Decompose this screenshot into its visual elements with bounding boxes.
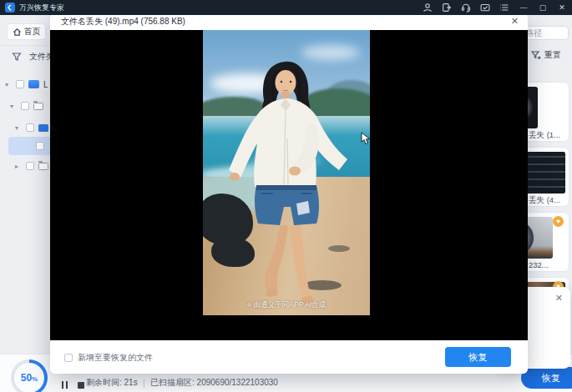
recover-button-dialog[interactable]: 恢复 [445, 347, 511, 367]
dialog-header: 文件名丢失 (49).mp4 (756.88 KB) ✕ [50, 13, 528, 30]
app-logo-icon [5, 3, 15, 13]
repair-badge-icon: ♥ [553, 216, 564, 227]
tree-checkbox[interactable] [21, 102, 29, 110]
caret-down-icon[interactable]: ▾ [5, 81, 12, 88]
pause-scan-button[interactable] [62, 381, 68, 389]
dialog-title: 文件名丢失 (49).mp4 (756.88 KB) [61, 16, 185, 28]
tree-item-folder-1[interactable]: ▾ [10, 97, 43, 115]
tree-checkbox[interactable] [36, 142, 44, 150]
maximize-button[interactable]: ▢ [538, 3, 548, 13]
scan-progress-ring: 50% [11, 359, 48, 392]
tree-item-folder-3[interactable]: ▸ [15, 157, 48, 175]
caret-down-icon[interactable]: ▾ [15, 124, 22, 132]
scan-progress-text: 50% [21, 372, 38, 384]
divider [0, 45, 50, 46]
window-close-button[interactable]: ✕ [557, 3, 567, 13]
account-icon[interactable] [423, 3, 433, 13]
minimize-button[interactable]: — [519, 3, 529, 13]
home-label: 首页 [24, 26, 41, 38]
home-tab[interactable]: 首页 [7, 23, 46, 40]
app-title: 万兴恢复专家 [19, 3, 64, 13]
reset-label: 重置 [544, 49, 561, 61]
support-headset-icon[interactable] [461, 3, 471, 13]
funnel-icon [12, 52, 22, 62]
funnel-reset-icon [531, 50, 541, 60]
tree-item-folder-2[interactable]: ▾ [15, 118, 48, 137]
home-icon [13, 28, 22, 37]
scan-status-text: 剩余时间: 21s ｜ 已扫描扇区: 2090690/1322103030 [86, 377, 278, 389]
disk-icon [28, 80, 39, 88]
recover-button-main[interactable]: 恢复 [521, 367, 572, 389]
reset-filter-button[interactable]: 重置 [531, 48, 561, 61]
player-controls: 00:00:00 00:00:10 [50, 334, 528, 340]
video-frame: ⟡ 由通义千问APP AI合成 [203, 30, 370, 315]
video-player[interactable]: ⟡ 由通义千问APP AI合成 00:00:00 00:00:10 [50, 30, 528, 340]
tree-label: L [43, 80, 48, 89]
stop-scan-button[interactable] [78, 382, 84, 389]
video-frame-figure [203, 30, 370, 315]
video-watermark: ⟡ 由通义千问APP AI合成 [203, 300, 370, 310]
toast-close-icon[interactable]: ✕ [555, 293, 563, 304]
file-name: 232... [529, 260, 549, 269]
folder-icon [38, 163, 48, 170]
tree-checkbox[interactable] [26, 162, 34, 170]
menu-icon[interactable] [499, 3, 509, 13]
dialog-close-icon[interactable]: ✕ [511, 16, 519, 27]
file-name: 丢失 (1... [529, 130, 560, 141]
checkbox-label: 新增至要恢复的文件 [78, 352, 153, 364]
checkbox[interactable] [64, 354, 73, 362]
message-icon[interactable] [480, 3, 490, 13]
export-report-icon[interactable] [442, 3, 452, 13]
folder-icon [33, 103, 43, 110]
caret-right-icon[interactable]: ▸ [15, 163, 22, 170]
window-titlebar: 万兴恢复专家 — ▢ ✕ [0, 0, 572, 15]
file-name: 丢失 (4... [529, 195, 560, 206]
tree-checkbox[interactable] [16, 80, 24, 88]
preview-dialog: 文件名丢失 (49).mp4 (756.88 KB) ✕ [50, 13, 528, 374]
dialog-footer: 新增至要恢复的文件 恢复 [50, 340, 528, 374]
add-to-recover-option[interactable]: 新增至要恢复的文件 [64, 352, 153, 364]
blue-folder-icon [38, 124, 48, 132]
tree-checkbox[interactable] [26, 123, 34, 132]
caret-down-icon[interactable]: ▾ [10, 103, 17, 110]
tree-item-disk[interactable]: ▾ L [5, 75, 48, 93]
mouse-cursor [361, 132, 371, 145]
